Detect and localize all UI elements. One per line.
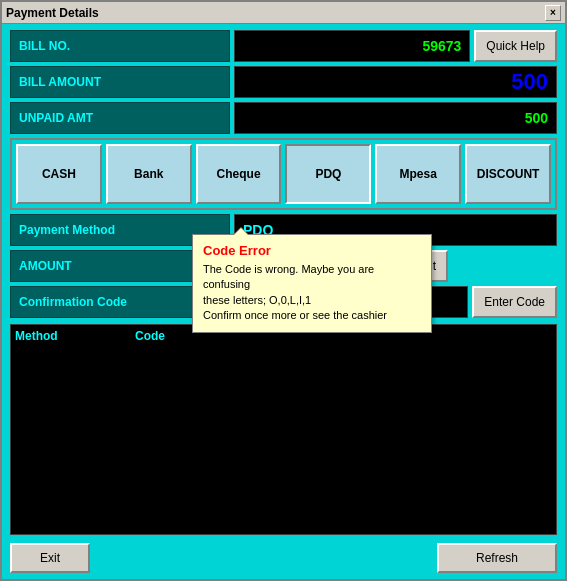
unpaid-amt-row: UNPAID AMT 500 <box>10 102 557 134</box>
col-method-header: Method <box>15 329 135 343</box>
title-bar: Payment Details × <box>2 2 565 24</box>
bill-amount-value: 500 <box>234 66 557 98</box>
tooltip-body: The Code is wrong. Maybe you are confusi… <box>203 262 421 324</box>
tooltip-line2: these letters; O,0,L,I,1 <box>203 294 311 306</box>
method-pdq[interactable]: PDQ <box>285 144 371 204</box>
bill-amount-label: BILL AMOUNT <box>10 66 230 98</box>
unpaid-amt-label: UNPAID AMT <box>10 102 230 134</box>
payment-methods-container: CASH Bank Cheque PDQ Mpesa DISCOUNT <box>10 138 557 210</box>
code-error-tooltip: Code Error The Code is wrong. Maybe you … <box>192 234 432 333</box>
exit-button[interactable]: Exit <box>10 543 90 573</box>
bill-no-label: BILL NO. <box>10 30 230 62</box>
quick-help-button[interactable]: Quick Help <box>474 30 557 62</box>
refresh-button[interactable]: Refresh <box>437 543 557 573</box>
transaction-table: Method Code <box>10 324 557 535</box>
tooltip-title: Code Error <box>203 243 421 258</box>
bill-amount-row: BILL AMOUNT 500 <box>10 66 557 98</box>
close-button[interactable]: × <box>545 5 561 21</box>
bill-no-row: BILL NO. 59673 Quick Help <box>10 30 557 62</box>
window-content: BILL NO. 59673 Quick Help BILL AMOUNT 50… <box>2 24 565 579</box>
payment-details-window: Payment Details × BILL NO. 59673 Quick H… <box>0 0 567 581</box>
method-bank[interactable]: Bank <box>106 144 192 204</box>
tooltip-arrow <box>233 227 249 235</box>
method-mpesa[interactable]: Mpesa <box>375 144 461 204</box>
tooltip-line1: The Code is wrong. Maybe you are confusi… <box>203 263 374 290</box>
bottom-buttons: Exit Refresh <box>10 543 557 573</box>
window-title: Payment Details <box>6 6 99 20</box>
method-cheque[interactable]: Cheque <box>196 144 282 204</box>
enter-code-button[interactable]: Enter Code <box>472 286 557 318</box>
tooltip-line3: Confirm once more or see the cashier <box>203 309 387 321</box>
method-cash[interactable]: CASH <box>16 144 102 204</box>
unpaid-amt-value: 500 <box>234 102 557 134</box>
method-discount[interactable]: DISCOUNT <box>465 144 551 204</box>
bill-no-value: 59673 <box>234 30 470 62</box>
